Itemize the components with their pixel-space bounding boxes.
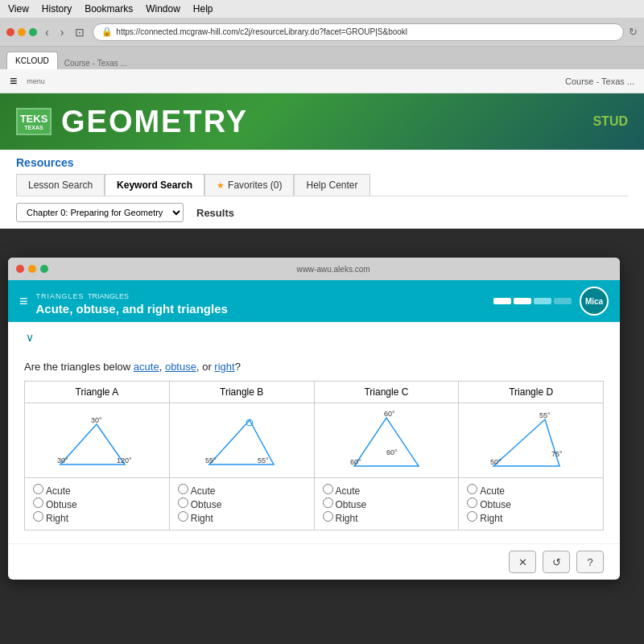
svg-text:120°: 120° [117, 456, 132, 464]
triangle-a-svg: 30° 120° 30° [52, 408, 141, 473]
aleks-hamburger-icon[interactable]: ≡ [19, 293, 28, 310]
radio-a-right[interactable]: Right [33, 511, 161, 524]
back-button[interactable]: ‹ [42, 24, 52, 40]
aleks-minimize[interactable] [28, 265, 36, 273]
menu-item-help[interactable]: Help [193, 3, 213, 14]
mgh-header: TEKS TEXAS GEOMETRY STUD [0, 93, 644, 150]
radio-group-b-cell: Acute Obtuse Right [169, 478, 314, 530]
radio-d-acute[interactable]: Acute [467, 484, 595, 497]
close-button[interactable] [6, 28, 14, 36]
radio-group-c: Acute Obtuse Right [323, 484, 451, 524]
svg-text:60°: 60° [350, 458, 361, 466]
svg-text:60°: 60° [386, 448, 398, 456]
teks-badge: TEKS TEXAS [16, 108, 52, 135]
menubar: View History Bookmarks Window Help [0, 0, 644, 18]
radio-input-a-acute[interactable] [33, 484, 43, 494]
aleks-topic-info: TRIANGLES TRIANGLES Acute, obtuse, and r… [36, 287, 485, 316]
radio-input-a-obtuse[interactable] [33, 497, 43, 508]
browser-tab-course[interactable]: Course - Texas ... [60, 57, 132, 69]
aleks-close[interactable] [16, 265, 24, 273]
radio-c-right[interactable]: Right [323, 511, 451, 524]
star-icon: ★ [217, 180, 225, 191]
address-bar[interactable]: 🔒 https://connected.mcgraw-hill.com/c2j/… [93, 23, 624, 41]
radio-input-a-right[interactable] [33, 511, 43, 522]
triangle-d-header: Triangle D [459, 382, 604, 403]
link-acute[interactable]: acute [134, 361, 159, 373]
menu-item-history[interactable]: History [42, 3, 72, 14]
teks-text: TEKS [20, 113, 48, 125]
maximize-button[interactable] [29, 28, 37, 36]
svg-text:75°: 75° [551, 450, 563, 458]
progress-seg-1 [493, 298, 511, 304]
aleks-expand-button[interactable]: ∨ [19, 327, 40, 348]
radio-input-b-right[interactable] [178, 511, 188, 522]
radio-a-acute[interactable]: Acute [33, 484, 161, 497]
svg-marker-12 [493, 419, 559, 466]
mgh-topnav: ≡ menu Course - Texas ... [0, 69, 644, 93]
aleks-topic-label: TRIANGLES TRIANGLES [36, 287, 485, 302]
radio-group-a: Acute Obtuse Right [33, 484, 161, 524]
browser-tab-bar: KCLOUD Course - Texas ... [0, 47, 644, 69]
radio-input-c-acute[interactable] [323, 484, 333, 494]
radio-input-c-obtuse[interactable] [323, 497, 333, 508]
link-right[interactable]: right [214, 361, 234, 373]
radio-input-c-right[interactable] [323, 511, 333, 522]
browser-toolbar: ‹ › ⊡ 🔒 https://connected.mcgraw-hill.co… [0, 18, 644, 47]
radio-input-d-obtuse[interactable] [467, 497, 477, 508]
radio-c-obtuse[interactable]: Obtuse [323, 497, 451, 510]
aleks-maximize[interactable] [40, 265, 48, 273]
forward-button[interactable]: › [57, 24, 68, 40]
hamburger-icon[interactable]: ≡ [10, 74, 17, 89]
svg-marker-8 [354, 418, 419, 466]
triangle-b-cell: 55° 55° [169, 403, 314, 478]
aleks-question: Are the triangles below acute, obtuse, o… [24, 361, 604, 373]
triangle-c-svg: 60° 60° 60° [342, 408, 431, 473]
radio-b-obtuse[interactable]: Obtuse [178, 497, 306, 510]
triangle-b-header: Triangle B [169, 382, 314, 403]
aleks-topbar: ≡ TRIANGLES TRIANGLES Acute, obtuse, and… [8, 280, 620, 322]
aleks-traffic-lights [16, 265, 48, 273]
traffic-lights [6, 28, 37, 36]
radio-c-acute[interactable]: Acute [323, 484, 451, 497]
svg-text:55°: 55° [205, 456, 217, 464]
tab-button[interactable]: ⊡ [72, 24, 88, 40]
help-button[interactable]: ? [576, 551, 604, 573]
radio-group-d-cell: Acute Obtuse Right [459, 478, 604, 530]
link-obtuse[interactable]: obtuse [165, 361, 196, 373]
triangle-a-header: Triangle A [25, 382, 170, 403]
minimize-button[interactable] [18, 28, 26, 36]
tab-help-center[interactable]: Help Center [294, 174, 369, 196]
menu-item-view[interactable]: View [8, 3, 29, 14]
radio-input-d-acute[interactable] [467, 484, 477, 494]
menu-item-window[interactable]: Window [146, 3, 180, 14]
tab-keyword-search[interactable]: Keyword Search [105, 174, 204, 196]
radio-input-b-acute[interactable] [178, 484, 188, 494]
svg-text:30°: 30° [91, 416, 102, 424]
cross-button[interactable]: ✕ [509, 551, 536, 573]
radio-d-right[interactable]: Right [467, 511, 595, 524]
progress-seg-4 [554, 298, 572, 304]
browser-tab-kcloud[interactable]: KCLOUD [6, 52, 58, 69]
aleks-body: Are the triangles below acute, obtuse, o… [8, 353, 620, 543]
radio-a-obtuse[interactable]: Obtuse [33, 497, 161, 510]
menu-item-bookmarks[interactable]: Bookmarks [85, 3, 133, 14]
tab-lesson-search[interactable]: Lesson Search [16, 174, 105, 196]
aleks-avatar: Mica [580, 287, 609, 316]
address-text: https://connected.mcgraw-hill.com/c2j/re… [116, 27, 407, 36]
radio-input-d-right[interactable] [467, 511, 477, 522]
radio-group-c-cell: Acute Obtuse Right [314, 478, 459, 530]
refresh-button[interactable]: ↻ [629, 26, 638, 38]
undo-button[interactable]: ↺ [543, 551, 570, 573]
chapter-select[interactable]: Chapter 0: Preparing for Geometry [16, 203, 184, 222]
triangle-c-cell: 60° 60° 60° [314, 403, 459, 478]
aleks-titlebar: www-awu.aleks.com [8, 258, 620, 280]
aleks-topic-title: Acute, obtuse, and right triangles [36, 302, 485, 316]
svg-text:55°: 55° [258, 456, 269, 464]
radio-b-acute[interactable]: Acute [178, 484, 306, 497]
radio-d-obtuse[interactable]: Obtuse [467, 497, 595, 510]
resources-label: Resources [16, 156, 628, 169]
radio-b-right[interactable]: Right [178, 511, 306, 524]
tab-favorites[interactable]: ★ Favorites (0) [204, 174, 294, 196]
radio-input-b-obtuse[interactable] [178, 497, 188, 508]
triangle-d-cell: 55° 75° 50° [459, 403, 604, 478]
